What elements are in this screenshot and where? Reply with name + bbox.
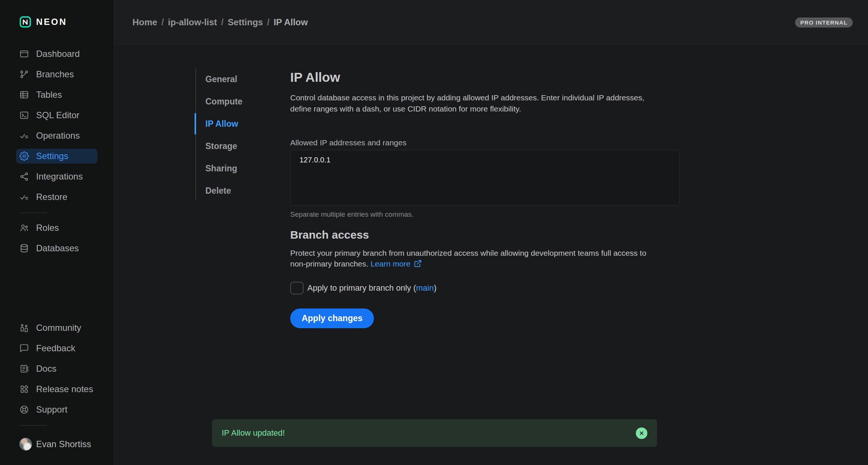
breadcrumb-settings[interactable]: Settings xyxy=(228,17,263,28)
description-line: Protect your primary branch from unautho… xyxy=(290,249,646,257)
docs-icon xyxy=(19,364,29,374)
sidebar-item-databases[interactable]: Databases xyxy=(16,241,97,256)
brand-logo[interactable]: NEON xyxy=(19,16,67,28)
restore-icon xyxy=(19,192,29,202)
sidebar-item-roles[interactable]: Roles xyxy=(16,220,97,235)
description-line: define ranges with a dash, or use CIDR n… xyxy=(290,104,521,113)
avatar xyxy=(19,438,32,451)
operations-icon xyxy=(19,131,29,141)
sidebar-divider xyxy=(19,213,47,213)
branch-access-description: Protect your primary branch from unautho… xyxy=(290,248,680,270)
user-name: Evan Shortiss xyxy=(36,439,91,449)
sidebar-item-label: Tables xyxy=(36,90,62,100)
toast-message: IP Allow updated! xyxy=(222,428,285,438)
breadcrumb-home[interactable]: Home xyxy=(132,17,157,28)
ip-field-label: Allowed IP addresses and ranges xyxy=(290,138,680,148)
ip-allow-panel: IP Allow Control database access in this… xyxy=(290,70,680,328)
sidebar-item-label: Integrations xyxy=(36,171,83,182)
subnav-item-delete[interactable]: Delete xyxy=(205,183,243,198)
learn-more-link[interactable]: Learn more xyxy=(371,259,410,268)
support-lifebuoy-icon xyxy=(19,405,29,414)
sidebar-item-settings[interactable]: Settings xyxy=(16,149,97,164)
branch-access-heading: Branch access xyxy=(290,227,680,242)
ip-addresses-textarea[interactable]: 127.0.0.1 xyxy=(290,150,680,206)
subnav-item-ip-allow[interactable]: IP Allow xyxy=(205,116,243,131)
sidebar-item-support[interactable]: Support xyxy=(16,402,97,417)
sidebar-item-dashboard[interactable]: Dashboard xyxy=(16,46,97,61)
checkbox-label-text: Apply to primary branch only ( xyxy=(307,283,416,293)
sidebar-item-label: Release notes xyxy=(36,384,93,394)
sidebar-item-release-notes[interactable]: Release notes xyxy=(16,382,97,397)
sidebar-item-community[interactable]: Community xyxy=(16,320,97,335)
page-title: IP Allow xyxy=(290,70,680,85)
breadcrumb-separator: / xyxy=(221,17,224,28)
apply-changes-button[interactable]: Apply changes xyxy=(290,309,374,328)
external-link-icon xyxy=(414,259,422,270)
sidebar-nav-secondary: Roles Databases xyxy=(0,220,114,256)
sidebar: NEON Dashboard Branches Tables SQL Edito… xyxy=(0,0,114,465)
neon-logo-icon xyxy=(19,16,32,28)
checkbox-label: Apply to primary branch only (main) xyxy=(307,283,436,293)
ip-field-helper: Separate multiple entries with commas. xyxy=(290,210,680,219)
settings-gear-icon xyxy=(19,151,29,161)
branches-icon xyxy=(19,70,29,79)
content: General Compute IP Allow Storage Sharing… xyxy=(115,45,868,465)
primary-branch-row: Apply to primary branch only (main) xyxy=(290,282,680,294)
breadcrumb-project[interactable]: ip-allow-list xyxy=(168,17,217,28)
description-line: non-primary branches. xyxy=(290,259,368,268)
sidebar-item-branches[interactable]: Branches xyxy=(16,67,97,82)
checkbox-label-text: ) xyxy=(434,283,436,293)
sidebar-item-operations[interactable]: Operations xyxy=(16,128,97,143)
breadcrumb-separator: / xyxy=(161,17,164,28)
sql-editor-icon xyxy=(19,110,29,120)
integrations-icon xyxy=(19,172,29,181)
sidebar-item-label: Community xyxy=(36,323,81,333)
sidebar-item-label: Branches xyxy=(36,69,74,80)
ip-addresses-value: 127.0.0.1 xyxy=(300,156,330,164)
sidebar-item-label: Operations xyxy=(36,130,80,141)
sidebar-item-label: Docs xyxy=(36,364,57,374)
settings-subnav: General Compute IP Allow Storage Sharing… xyxy=(205,72,243,198)
main-branch-link[interactable]: main xyxy=(416,283,434,293)
sidebar-item-sql-editor[interactable]: SQL Editor xyxy=(16,108,97,123)
subnav-item-general[interactable]: General xyxy=(205,72,243,87)
page-description: Control database access in this project … xyxy=(290,92,680,114)
roles-users-icon xyxy=(19,223,29,233)
description-line: Control database access in this project … xyxy=(290,93,644,102)
sidebar-item-feedback[interactable]: Feedback xyxy=(16,341,97,356)
sidebar-divider xyxy=(19,425,47,426)
community-icon xyxy=(19,323,29,333)
plan-badge: PRO INTERNAL xyxy=(795,17,853,28)
subnav-item-sharing[interactable]: Sharing xyxy=(205,161,243,176)
brand-name: NEON xyxy=(36,17,67,27)
breadcrumb-current: IP Allow xyxy=(273,17,308,28)
primary-branch-checkbox[interactable] xyxy=(290,282,304,294)
sidebar-nav-primary: Dashboard Branches Tables SQL Editor Ope… xyxy=(0,46,114,204)
user-menu[interactable]: Evan Shortiss xyxy=(19,438,91,451)
sidebar-item-label: Feedback xyxy=(36,343,75,353)
feedback-bubble-icon xyxy=(19,343,29,353)
header: Home / ip-allow-list / Settings / IP All… xyxy=(115,0,868,44)
toast-notification: IP Allow updated! xyxy=(212,419,657,447)
sidebar-item-tables[interactable]: Tables xyxy=(16,87,97,102)
main-area: Home / ip-allow-list / Settings / IP All… xyxy=(115,0,868,465)
subnav-item-storage[interactable]: Storage xyxy=(205,139,243,154)
subnav-item-compute[interactable]: Compute xyxy=(205,94,243,109)
close-icon xyxy=(639,430,644,436)
sidebar-item-label: Databases xyxy=(36,243,79,254)
sidebar-item-label: Dashboard xyxy=(36,49,80,59)
database-icon xyxy=(19,243,29,253)
toast-close-button[interactable] xyxy=(636,427,647,439)
dashboard-icon xyxy=(19,49,29,59)
sidebar-item-restore[interactable]: Restore xyxy=(16,190,97,204)
sidebar-item-docs[interactable]: Docs xyxy=(16,361,97,376)
breadcrumb: Home / ip-allow-list / Settings / IP All… xyxy=(132,0,308,44)
tables-icon xyxy=(19,90,29,100)
sidebar-item-label: Support xyxy=(36,404,67,415)
breadcrumb-separator: / xyxy=(267,17,270,28)
sidebar-item-label: Roles xyxy=(36,223,59,233)
sidebar-item-label: SQL Editor xyxy=(36,110,80,120)
sidebar-item-integrations[interactable]: Integrations xyxy=(16,169,97,184)
sidebar-nav-footer: Community Feedback Docs Release notes Su… xyxy=(0,320,114,417)
app: NEON Dashboard Branches Tables SQL Edito… xyxy=(0,0,868,465)
